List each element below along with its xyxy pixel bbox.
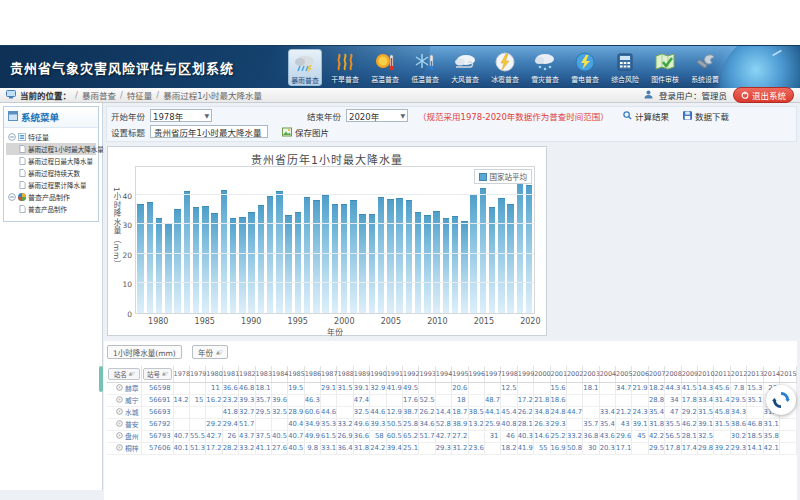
year-column-header[interactable]: 2001 xyxy=(550,366,566,382)
year-column-header[interactable]: 1986 xyxy=(304,366,320,382)
splitter-handle[interactable] xyxy=(99,366,103,392)
bar-1992[interactable] xyxy=(267,196,273,314)
bar-2006[interactable] xyxy=(396,198,402,313)
station-name-cell[interactable]: 桐梓 xyxy=(107,442,141,454)
nav-snow[interactable]: 雪灾普查 xyxy=(528,49,562,86)
download-button[interactable]: 数据下载 xyxy=(683,110,729,122)
breadcrumb-item[interactable]: 特征量 xyxy=(127,89,153,101)
bar-1982[interactable] xyxy=(174,209,180,313)
bar-1999[interactable] xyxy=(332,204,338,313)
year-column-header[interactable]: 1980 xyxy=(206,366,222,382)
year-column-header[interactable]: 2005 xyxy=(616,366,632,382)
bar-2002[interactable] xyxy=(359,214,365,313)
bar-2020[interactable] xyxy=(526,185,532,313)
year-column-header[interactable]: 1999 xyxy=(517,366,533,382)
nav-settings[interactable]: 系统设置 xyxy=(688,49,722,86)
end-year-select[interactable]: 2020年▼ xyxy=(346,109,408,122)
year-column-header[interactable]: 2011 xyxy=(714,366,730,382)
year-column-header[interactable]: 1985 xyxy=(288,366,304,382)
bar-1987[interactable] xyxy=(221,190,227,313)
year-field-chip[interactable]: 年份▲▽ xyxy=(192,345,228,359)
sidebar-item-hourly-max-precip[interactable]: 暴雨过程1小时最大降水量 xyxy=(6,143,96,155)
bar-2003[interactable] xyxy=(369,214,375,313)
bar-1991[interactable] xyxy=(258,205,264,313)
bar-1980[interactable] xyxy=(156,218,162,313)
year-column-header[interactable]: 2013 xyxy=(747,366,763,382)
station-name-cell[interactable]: 普安 xyxy=(107,418,141,430)
bar-2017[interactable] xyxy=(498,198,504,313)
bar-2013[interactable] xyxy=(461,221,467,313)
save-image-button[interactable]: 保存图片 xyxy=(282,126,329,138)
logout-button[interactable]: 退出系统 xyxy=(733,87,794,103)
nav-review[interactable]: 图件审核 xyxy=(648,49,682,86)
year-column-header[interactable]: 1978 xyxy=(173,366,189,382)
nav-wind[interactable]: 大风普查 xyxy=(448,49,482,86)
chart-title-input[interactable]: 贵州省历年1小时最大降水量 xyxy=(150,125,268,138)
bar-2007[interactable] xyxy=(406,200,412,313)
year-column-header[interactable]: 1981 xyxy=(222,366,238,382)
bar-2018[interactable] xyxy=(507,204,513,313)
bar-1979[interactable] xyxy=(147,202,153,313)
year-column-header[interactable]: 2003 xyxy=(583,366,599,382)
bar-1989[interactable] xyxy=(239,217,245,313)
year-column-header[interactable]: 1998 xyxy=(501,366,517,382)
sidebar-item-accumulated-precip[interactable]: 暴雨过程累计降水量 xyxy=(6,179,96,191)
year-column-header[interactable]: 1994 xyxy=(435,366,451,382)
sort-by-id[interactable]: 站号▲▽ xyxy=(143,368,172,380)
breadcrumb-item[interactable]: 暴雨普查 xyxy=(82,89,116,101)
bar-2015[interactable] xyxy=(480,188,486,313)
bar-2008[interactable] xyxy=(415,212,421,313)
year-column-header[interactable]: 1989 xyxy=(353,366,369,382)
station-name-cell[interactable]: 威宁 xyxy=(107,394,141,406)
year-column-header[interactable]: 2008 xyxy=(665,366,681,382)
year-column-header[interactable]: 2014 xyxy=(763,366,779,382)
bar-1996[interactable] xyxy=(304,197,310,313)
nav-lightning[interactable]: 雷电普查 xyxy=(568,49,602,86)
year-column-header[interactable]: 1992 xyxy=(403,366,419,382)
year-column-header[interactable]: 2015 xyxy=(780,366,797,382)
bar-2012[interactable] xyxy=(452,216,458,313)
year-column-header[interactable]: 1996 xyxy=(468,366,484,382)
bar-2009[interactable] xyxy=(424,215,430,313)
nav-drought[interactable]: 干旱普查 xyxy=(328,49,362,86)
bar-1994[interactable] xyxy=(285,215,291,313)
nav-hail[interactable]: 冰雹普查 xyxy=(488,49,522,86)
bar-2000[interactable] xyxy=(341,204,347,313)
bar-2011[interactable] xyxy=(443,218,449,313)
year-column-header[interactable]: 2004 xyxy=(599,366,615,382)
bar-2001[interactable] xyxy=(350,200,356,313)
tree-group-products[interactable]: 普查产品制作 xyxy=(6,191,96,203)
start-year-select[interactable]: 1978年▼ xyxy=(150,109,212,122)
year-column-header[interactable]: 2002 xyxy=(566,366,582,382)
bar-1986[interactable] xyxy=(211,213,217,313)
year-column-header[interactable]: 1983 xyxy=(255,366,271,382)
year-column-header[interactable]: 2000 xyxy=(534,366,550,382)
year-column-header[interactable]: 2009 xyxy=(681,366,697,382)
year-column-header[interactable]: 1990 xyxy=(370,366,386,382)
year-column-header[interactable]: 1987 xyxy=(321,366,337,382)
sidebar-item-daily-max-precip[interactable]: 暴雨过程日最大降水量 xyxy=(6,155,96,167)
bar-2019[interactable] xyxy=(517,182,523,313)
station-name-cell[interactable]: 赫章 xyxy=(107,382,141,394)
year-column-header[interactable]: 2010 xyxy=(698,366,714,382)
bar-1995[interactable] xyxy=(295,212,301,313)
sidebar-item-product-making[interactable]: 普查产品制作 xyxy=(6,203,96,215)
nav-lowtemp[interactable]: 低温普查 xyxy=(408,49,442,86)
nav-rainstorm[interactable]: 暴雨普查 xyxy=(288,49,322,86)
year-column-header[interactable]: 1979 xyxy=(189,366,205,382)
year-column-header[interactable]: 2012 xyxy=(730,366,746,382)
bar-1990[interactable] xyxy=(248,212,254,313)
year-column-header[interactable]: 1984 xyxy=(271,366,287,382)
year-column-header[interactable]: 1988 xyxy=(337,366,353,382)
sidebar-item-duration-days[interactable]: 暴雨过程持续天数 xyxy=(6,167,96,179)
year-column-header[interactable]: 1982 xyxy=(239,366,255,382)
year-column-header[interactable]: 1991 xyxy=(386,366,402,382)
sort-by-name[interactable]: 站名▲▽ xyxy=(108,368,140,380)
bar-1981[interactable] xyxy=(165,223,171,313)
bar-1997[interactable] xyxy=(313,200,319,313)
bar-2004[interactable] xyxy=(378,197,384,313)
bar-1978[interactable] xyxy=(137,204,143,313)
bar-1988[interactable] xyxy=(230,218,236,313)
calculate-button[interactable]: 计算结果 xyxy=(623,110,669,122)
bar-2005[interactable] xyxy=(387,199,393,313)
